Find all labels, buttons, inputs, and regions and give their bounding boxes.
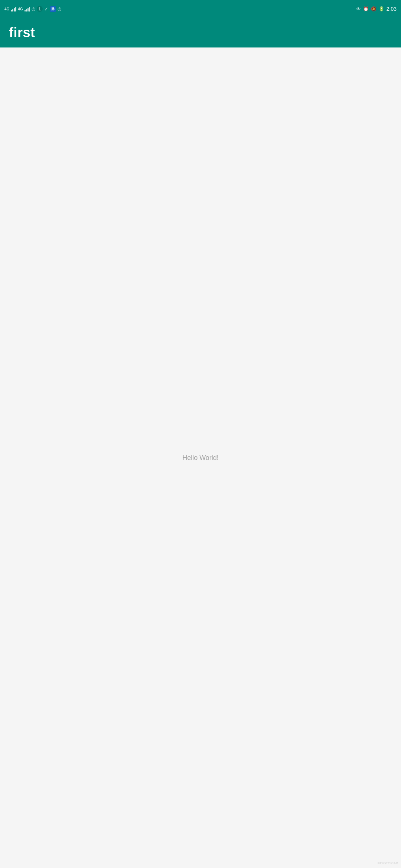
page-title: first (9, 25, 35, 40)
notification-count: 1 (37, 6, 43, 12)
screen: 4G 4G ◎ 1 ✓ 脉 ◎ 👁 ⏰ 🔕 🔋 2:03 first Hello… (0, 0, 401, 868)
watermark: ©BIGTOPIAX (378, 861, 398, 865)
hello-world-label: Hello World! (182, 454, 219, 462)
eye-icon: 👁 (356, 6, 361, 12)
network-label-right: 4G (18, 7, 23, 11)
app-bar: first (0, 18, 401, 47)
signal-bars-right (25, 7, 30, 11)
content-area: Hello World! (0, 47, 401, 868)
mute-icon: 🔕 (371, 6, 376, 11)
battery-icon: 🔋 (379, 6, 384, 11)
alarm-icon: ⏰ (363, 6, 369, 11)
location-icon: ◎ (32, 6, 35, 11)
network-label-left: 4G (4, 7, 9, 11)
status-bar-left: 4G 4G ◎ 1 ✓ 脉 ◎ (4, 6, 61, 12)
signal-bars-left (11, 7, 16, 11)
app-badge: 脉 (50, 6, 56, 12)
status-bar: 4G 4G ◎ 1 ✓ 脉 ◎ 👁 ⏰ 🔕 🔋 2:03 (0, 0, 401, 18)
checkmark-icon: ✓ (44, 6, 48, 12)
status-bar-right: 👁 ⏰ 🔕 🔋 2:03 (356, 6, 397, 12)
circle-icon: ◎ (58, 6, 61, 11)
time-display: 2:03 (387, 6, 397, 12)
